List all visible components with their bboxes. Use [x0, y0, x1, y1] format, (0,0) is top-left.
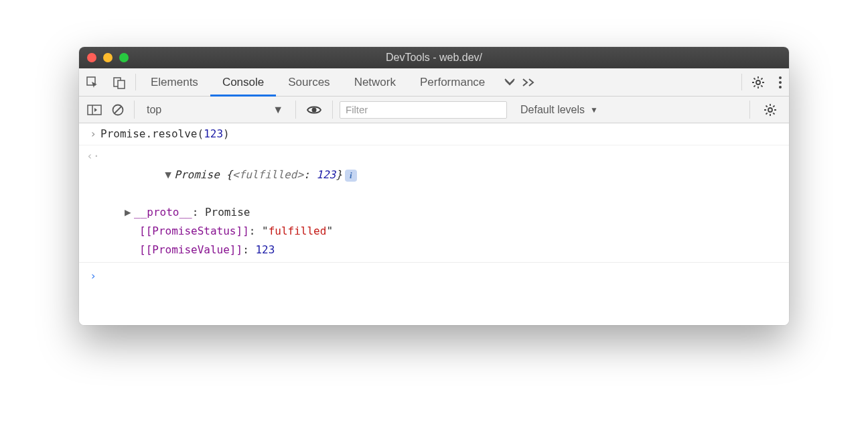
svg-line-9 [761, 85, 762, 86]
close-window-button[interactable] [87, 53, 96, 62]
console-toolbar: top ▼ Default levels ▼ [79, 97, 789, 123]
kebab-menu-button[interactable] [772, 68, 789, 96]
promise-value-row: [[PromiseValue]]: 123 [86, 241, 782, 259]
log-levels-select[interactable]: Default levels ▼ [511, 104, 607, 116]
console-body: › Promise.resolve(123) ‹· ▼Promise {<ful… [79, 123, 789, 325]
expand-toggle-icon[interactable]: ▼ [165, 166, 174, 184]
chevron-down-icon: ▼ [273, 104, 283, 116]
show-console-sidebar-button[interactable] [84, 104, 104, 116]
svg-line-27 [766, 113, 768, 114]
tab-bar: Elements Console Sources Network Perform… [79, 68, 789, 97]
tab-network[interactable]: Network [342, 68, 408, 96]
console-prompt[interactable]: › [79, 263, 789, 287]
promise-status-row: [[PromiseStatus]]: "fulfilled" [86, 222, 782, 241]
svg-line-25 [766, 105, 768, 107]
tab-sources[interactable]: Sources [276, 68, 342, 96]
settings-button[interactable] [745, 68, 772, 96]
chevron-down-icon: ▼ [590, 105, 598, 115]
tab-console[interactable]: Console [210, 68, 276, 96]
console-input-echo: › Promise.resolve(123) [79, 123, 789, 145]
filter-input[interactable] [340, 101, 507, 119]
proto-row[interactable]: ▶__proto__: Promise [86, 203, 782, 222]
overflow-chevrons-icon[interactable] [516, 68, 544, 96]
separator [135, 74, 136, 90]
tab-label: Network [354, 76, 396, 89]
svg-line-26 [773, 113, 774, 114]
svg-point-19 [312, 107, 317, 112]
device-toggle-button[interactable] [106, 68, 133, 96]
execution-context-select[interactable]: top ▼ [141, 104, 289, 116]
svg-point-12 [779, 76, 782, 79]
console-output-row: ‹· ▼Promise {<fulfilled>: 123}i ▶__proto… [79, 145, 789, 263]
object-summary[interactable]: ▼Promise {<fulfilled>: 123}i [100, 147, 357, 203]
expand-toggle-icon[interactable]: ▶ [125, 203, 134, 222]
tab-label: Elements [151, 76, 198, 89]
devtools-window: DevTools - web.dev/ Elements Console Sou… [79, 47, 789, 325]
svg-line-11 [761, 78, 762, 79]
svg-point-13 [779, 81, 782, 84]
svg-point-20 [768, 108, 772, 112]
code-line: Promise.resolve(123) [100, 125, 230, 143]
window-title: DevTools - web.dev/ [79, 52, 789, 64]
info-icon[interactable]: i [345, 170, 357, 182]
tab-label: Console [222, 76, 264, 89]
svg-line-28 [773, 105, 774, 107]
separator [332, 101, 333, 119]
input-marker-icon: › [86, 125, 100, 143]
window-controls [87, 53, 129, 62]
svg-point-3 [756, 80, 760, 84]
separator [741, 74, 742, 90]
svg-rect-2 [118, 80, 125, 88]
clear-console-button[interactable] [108, 103, 127, 117]
svg-line-10 [754, 85, 755, 86]
console-input[interactable] [100, 267, 107, 286]
tab-elements[interactable]: Elements [139, 68, 210, 96]
separator [134, 101, 135, 119]
separator [295, 101, 296, 119]
zoom-window-button[interactable] [119, 53, 129, 62]
tab-performance[interactable]: Performance [408, 68, 497, 96]
console-settings-button[interactable] [757, 103, 784, 117]
tab-label: Sources [288, 76, 330, 89]
separator [749, 101, 750, 119]
minimize-window-button[interactable] [103, 53, 113, 62]
inspect-element-button[interactable] [79, 68, 106, 96]
output-marker-icon: ‹· [86, 147, 100, 203]
svg-line-18 [115, 106, 122, 113]
svg-point-14 [779, 86, 782, 88]
prompt-marker-icon: › [86, 267, 100, 286]
context-label: top [147, 104, 161, 116]
tab-label: Performance [420, 76, 485, 89]
svg-line-8 [754, 78, 755, 79]
titlebar: DevTools - web.dev/ [79, 47, 789, 68]
levels-label: Default levels [520, 104, 585, 116]
live-expression-button[interactable] [303, 105, 326, 115]
